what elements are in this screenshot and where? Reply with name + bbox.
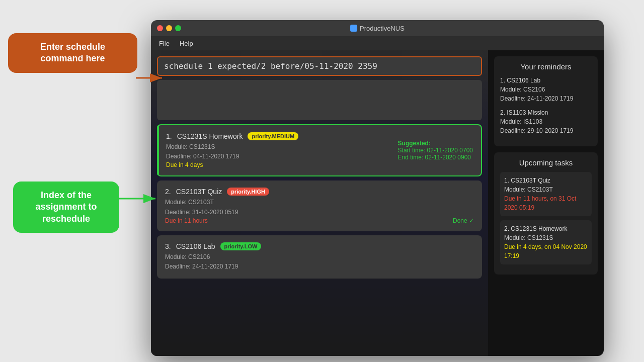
task-1-priority: priority.MEDIUM: [248, 132, 298, 140]
task-3-module: Module: CS2106: [165, 252, 474, 262]
upcoming-1-due: Due in 11 hours, on 31 Oct 2020 05:19: [504, 195, 576, 211]
right-panel: Your reminders 1. CS2106 Lab Module: CS2…: [488, 50, 604, 356]
task-3-priority: priority.LOW: [220, 242, 262, 250]
upcoming-1: 1. CS2103T Quiz Module: CS2103T Due in 1…: [500, 172, 592, 216]
suggested-label: Suggested:: [398, 140, 473, 147]
annotation-green-bubble: Index of the assignment to reschedule: [13, 182, 119, 233]
task-2-header: 2. CS2103T Quiz priority.HIGH: [165, 188, 474, 196]
task-card-2: 2. CS2103T Quiz priority.HIGH Module: CS…: [157, 180, 482, 231]
task-2-module: Module: CS2103T: [165, 198, 474, 207]
task-3-title: CS2106 Lab: [176, 242, 215, 250]
app-body: 1. CS1231S Homework priority.MEDIUM Modu…: [151, 50, 604, 356]
task-1-header: 1. CS1231S Homework priority.MEDIUM: [166, 132, 473, 140]
task-2-priority: priority.HIGH: [227, 188, 269, 196]
task-2-index: 2.: [165, 188, 171, 196]
arrow-green-icon: [119, 191, 159, 206]
task-3-deadline: Deadline: 24-11-2020 1719: [165, 262, 474, 272]
task-card-1: 1. CS1231S Homework priority.MEDIUM Modu…: [157, 124, 482, 176]
task-3-index: 3.: [165, 242, 171, 250]
task-2-title: CS2103T Quiz: [176, 188, 222, 196]
annotation-orange-bubble: Enter schedule command here: [8, 33, 137, 73]
upcoming-2: 2. CS1231S Homework Module: CS1231S Due …: [500, 220, 592, 264]
reminder-2-title: IS1103 Mission: [507, 109, 548, 116]
task-1-end: End time: 02-11-2020 0900: [398, 154, 473, 161]
reminder-2: 2. IS1103 Mission Module: IS1103 Deadlin…: [500, 108, 592, 135]
upcoming-2-due: Due in 4 days, on 04 Nov 2020 17:19: [504, 243, 587, 259]
reminders-title: Your reminders: [500, 62, 592, 71]
close-button[interactable]: [157, 25, 163, 31]
output-area: [157, 80, 482, 120]
task-1-index: 1.: [166, 132, 172, 140]
title-bar: ProductiveNUS: [151, 20, 604, 36]
arrow-orange-icon: [136, 70, 166, 85]
reminder-1-title: CS2106 Lab: [507, 77, 540, 84]
app-title: ProductiveNUS: [350, 25, 405, 32]
task-1-start: Start time: 02-11-2020 0700: [398, 147, 473, 154]
menu-file[interactable]: File: [159, 40, 170, 47]
highlight-line: [157, 125, 159, 175]
traffic-lights: [157, 25, 181, 31]
reminder-1: 1. CS2106 Lab Module: CS2106 Deadline: 2…: [500, 76, 592, 103]
task-3-header: 3. CS2106 Lab priority.LOW: [165, 242, 474, 250]
task-2-done: Done ✓: [453, 217, 474, 224]
task-2-deadline: Deadline: 31-10-2020 0519: [165, 208, 474, 217]
fullscreen-button[interactable]: [175, 25, 181, 31]
task-2-due: Due in 11 hours: [165, 217, 474, 224]
task-1-due: Due in 4 days: [166, 161, 473, 168]
app-icon: [350, 25, 357, 32]
upcoming-section: Upcoming tasks 1. CS2103T Quiz Module: C…: [494, 152, 598, 275]
upcoming-title: Upcoming tasks: [500, 158, 592, 167]
command-input[interactable]: [164, 61, 475, 71]
menu-bar: File Help: [151, 36, 604, 50]
reminders-section: Your reminders 1. CS2106 Lab Module: CS2…: [494, 56, 598, 146]
app-window: ProductiveNUS File Help 1. CS1231S Homew…: [151, 20, 604, 356]
upcoming-1-title: CS2103T Quiz: [511, 177, 550, 184]
task-1-suggested: Suggested: Start time: 02-11-2020 0700 E…: [398, 140, 473, 161]
minimize-button[interactable]: [166, 25, 172, 31]
task-1-title: CS1231S Homework: [177, 132, 243, 140]
menu-help[interactable]: Help: [180, 40, 193, 47]
task-card-3: 3. CS2106 Lab priority.LOW Module: CS210…: [157, 235, 482, 279]
upcoming-2-title: CS1231S Homework: [511, 225, 567, 232]
left-panel: 1. CS1231S Homework priority.MEDIUM Modu…: [151, 50, 488, 356]
command-area: [157, 56, 482, 76]
